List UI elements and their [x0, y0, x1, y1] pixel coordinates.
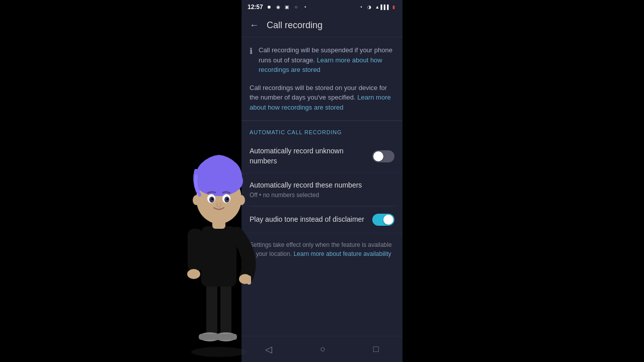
svg-rect-4 — [199, 334, 221, 340]
setting-text-unknown: Automatically record unknown numbers — [250, 146, 372, 166]
info-section: ℹ Call recording will be suspended if yo… — [242, 37, 403, 121]
setting-item-audio-tone[interactable]: Play audio tone instead of disclaimer — [242, 207, 403, 233]
nav-recent-icon: □ — [373, 344, 379, 354]
automatic-section-header: AUTOMATIC CALL RECORDING — [242, 121, 403, 139]
svg-point-16 — [222, 194, 230, 203]
back-arrow-icon: ← — [250, 20, 259, 31]
back-button[interactable]: ← — [250, 20, 259, 31]
svg-point-14 — [195, 166, 243, 196]
brightness-icon: ◑ — [366, 4, 372, 10]
dot2-icon: • — [358, 4, 364, 10]
toggle-knob-unknown — [373, 151, 383, 161]
footer-info: Settings take effect only when the featu… — [242, 233, 403, 265]
nav-home-button[interactable]: ○ — [310, 340, 336, 358]
svg-point-18 — [224, 197, 229, 203]
setting-text-audio: Play audio tone instead of disclaimer — [250, 215, 372, 225]
navigation-bar: ◁ ○ □ — [242, 336, 403, 362]
record-icon: ⏺ — [266, 4, 272, 10]
wifi-icon: ▲ — [374, 4, 380, 10]
circle-icon: ○ — [293, 4, 299, 10]
nav-recent-button[interactable]: □ — [363, 340, 389, 358]
svg-point-9 — [187, 269, 200, 279]
toggle-knob-audio — [383, 215, 393, 225]
info-text-2: Call recordings will be stored on your d… — [250, 83, 394, 113]
svg-rect-8 — [188, 229, 203, 272]
setting-title-audio: Play audio tone instead of disclaimer — [250, 215, 366, 225]
setting-item-unknown-numbers[interactable]: Automatically record unknown numbers — [242, 139, 403, 173]
info-text-1: Call recording will be suspended if your… — [259, 45, 394, 75]
setting-item-these-numbers[interactable]: Automatically record these numbers Off •… — [242, 173, 403, 206]
footer-link[interactable]: Learn more about feature availability — [293, 250, 391, 257]
status-bar: 12:57 ⏺ ◉ ▣ ○ • • ◑ ▲ ▌▌▌ ▮ — [242, 0, 403, 14]
toggle-audio-tone[interactable] — [372, 214, 394, 226]
status-time: 12:57 — [248, 4, 263, 11]
svg-rect-6 — [215, 334, 237, 340]
signal-icon: ▌▌▌ — [382, 4, 388, 10]
status-bar-left: 12:57 ⏺ ◉ ▣ ○ • — [248, 4, 308, 11]
svg-rect-2 — [220, 282, 231, 337]
svg-rect-7 — [201, 226, 236, 287]
nav-back-button[interactable]: ◁ — [255, 340, 282, 359]
svg-point-21 — [193, 195, 200, 205]
svg-point-3 — [199, 332, 221, 341]
toggle-unknown-numbers[interactable] — [372, 150, 394, 162]
header: ← Call recording — [242, 14, 403, 37]
info-row-1: ℹ Call recording will be suspended if yo… — [250, 45, 394, 75]
svg-point-17 — [209, 197, 214, 203]
dot-icon: • — [302, 4, 308, 10]
svg-point-0 — [191, 347, 247, 357]
setting-subtitle-these: Off • no numbers selected — [250, 192, 388, 199]
info-icon: ℹ — [250, 46, 253, 56]
sync-icon: ▣ — [284, 4, 290, 10]
phone-frame: 12:57 ⏺ ◉ ▣ ○ • • ◑ ▲ ▌▌▌ ▮ ← Call recor… — [242, 0, 403, 362]
svg-point-20 — [226, 198, 228, 200]
setting-text-these: Automatically record these numbers Off •… — [250, 180, 394, 199]
nav-home-icon: ○ — [320, 344, 326, 354]
status-bar-right: • ◑ ▲ ▌▌▌ ▮ — [358, 4, 396, 10]
content-area: ℹ Call recording will be suspended if yo… — [242, 37, 403, 336]
svg-rect-12 — [212, 214, 225, 229]
setting-title-unknown: Automatically record unknown numbers — [250, 146, 366, 166]
battery-icon: ▮ — [390, 4, 396, 10]
nav-back-icon: ◁ — [265, 344, 272, 355]
nfc-icon: ◉ — [275, 4, 281, 10]
svg-point-5 — [215, 332, 237, 341]
svg-point-19 — [211, 198, 213, 200]
setting-title-these: Automatically record these numbers — [250, 180, 388, 191]
svg-point-13 — [196, 173, 242, 224]
svg-rect-1 — [206, 282, 217, 337]
svg-point-15 — [207, 194, 215, 203]
page-title: Call recording — [267, 20, 323, 31]
